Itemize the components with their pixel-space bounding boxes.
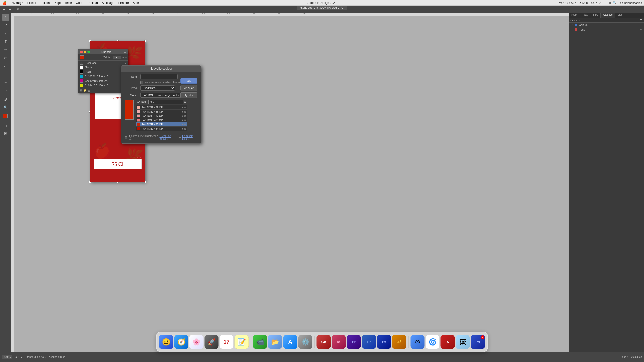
- nuancier-icon-1[interactable]: ⊞: [122, 56, 124, 59]
- ajouter-button[interactable]: Ajouter: [180, 92, 197, 98]
- dock-notes[interactable]: 📝: [235, 335, 249, 349]
- dock-acrobat[interactable]: A: [441, 335, 455, 349]
- pantone-item-489[interactable]: PANTONE 489 CP ▣ ▩: [136, 105, 187, 110]
- layer-eye-icon[interactable]: 👁: [570, 28, 573, 31]
- tab-calques[interactable]: Calques: [601, 13, 615, 18]
- dialog-titlebar[interactable]: Nouvelle couleur: [121, 66, 201, 72]
- document-tab[interactable]: *Sans titre-1 @ 300% [Aperçu CPU]: [297, 6, 347, 10]
- pen-tool[interactable]: ✒: [2, 30, 9, 37]
- dock-rocket[interactable]: 🚀: [205, 335, 219, 349]
- dock-arc[interactable]: ◎: [411, 335, 425, 349]
- menubar-search-icon[interactable]: 🔍: [613, 1, 616, 4]
- nuancier-menu-icon[interactable]: ☰: [124, 51, 126, 53]
- toolbar-btn-2[interactable]: ≡: [21, 6, 27, 12]
- menu-affichage[interactable]: Affichage: [100, 1, 116, 5]
- dock-facetime[interactable]: 📹: [253, 335, 267, 349]
- cc-dropdown-icon[interactable]: ▾: [179, 136, 181, 139]
- tab-prop[interactable]: Prop.: [569, 13, 580, 18]
- nuancier-icon-2[interactable]: ≡: [125, 56, 127, 59]
- selection-tool[interactable]: ↖: [2, 14, 9, 21]
- dock-calendar[interactable]: 17: [220, 335, 234, 349]
- cc-checkbox[interactable]: [125, 136, 127, 139]
- dock-photos[interactable]: 🌸: [189, 335, 204, 349]
- direct-selection-tool[interactable]: ↗: [2, 21, 9, 28]
- dock-illustrator[interactable]: Ai: [392, 335, 406, 349]
- ellipse-tool[interactable]: ○: [2, 70, 9, 77]
- dock-chrome[interactable]: 🌀: [426, 335, 440, 349]
- menu-page[interactable]: Page: [52, 1, 63, 5]
- nommer-checkbox[interactable]: [140, 81, 143, 84]
- menu-aide[interactable]: Aide: [131, 1, 141, 5]
- rectangle-frame-tool[interactable]: ⬚: [2, 55, 9, 62]
- normal-mode-btn[interactable]: □: [2, 122, 9, 129]
- layers-menu-icon[interactable]: ☰: [640, 19, 642, 22]
- pantone-item-486[interactable]: PANTONE 486 CP ▣ ▩: [136, 118, 187, 122]
- nuancier-tinte-value[interactable]: ▸: [113, 56, 121, 59]
- panel-minimize-btn[interactable]: [84, 51, 86, 53]
- zoom-level[interactable]: 300 %: [2, 355, 12, 359]
- pencil-tool[interactable]: ✏: [2, 46, 9, 53]
- next-page-btn[interactable]: ▶: [21, 356, 23, 358]
- nuancier-fill-stroke[interactable]: T: [80, 55, 87, 59]
- tab-pag[interactable]: Pag.: [580, 13, 591, 18]
- menu-edition[interactable]: Edition: [38, 1, 52, 5]
- preview-mode-btn[interactable]: ▣: [2, 130, 9, 137]
- cc-more-link[interactable]: En savoir plus...: [182, 135, 197, 140]
- transform-tool[interactable]: ↔: [2, 87, 9, 94]
- dock-photoshop[interactable]: Ps: [377, 335, 391, 349]
- menu-fenetre[interactable]: Fenêtre: [116, 1, 131, 5]
- dock-creative-cloud[interactable]: Cc: [317, 335, 331, 349]
- dock-premiere[interactable]: Pr: [347, 335, 361, 349]
- apple-menu[interactable]: 🍎: [2, 1, 7, 5]
- panel-maximize-btn[interactable]: [87, 51, 90, 53]
- eyedropper-tool[interactable]: 🖊: [2, 96, 9, 103]
- pantone-search-input[interactable]: [148, 100, 183, 104]
- nuancier-folder-btn[interactable]: 📁: [83, 89, 86, 92]
- dock-safari[interactable]: 🧭: [174, 335, 188, 349]
- toolbar-back-btn[interactable]: ◀: [1, 6, 7, 12]
- type-select[interactable]: Quadrichro...: [140, 85, 175, 90]
- menu-objet[interactable]: Objet: [74, 1, 85, 5]
- mode-select[interactable]: PANTONE+ Color Bridge Coated: [140, 93, 185, 98]
- nuancier-item-reperage[interactable]: [Repérage] ⊠: [78, 61, 128, 65]
- menu-texte[interactable]: Texte: [63, 1, 74, 5]
- layer-calque1[interactable]: 👁 Calque 1: [569, 23, 644, 27]
- tab-bibl[interactable]: Bibl.: [590, 13, 600, 18]
- scissors-tool[interactable]: ✂: [2, 79, 9, 86]
- nuancier-fill-box[interactable]: [80, 55, 84, 59]
- stroke-color[interactable]: [5, 116, 8, 119]
- app-name-menu[interactable]: InDesign: [9, 1, 25, 5]
- text-tool[interactable]: T: [2, 38, 9, 45]
- rectangle-tool[interactable]: ▭: [2, 62, 9, 69]
- nom-input[interactable]: [140, 74, 178, 79]
- toolbar-forward-btn[interactable]: ▶: [7, 6, 13, 12]
- layer-fond[interactable]: 👁 Fond ✏: [569, 27, 644, 32]
- ok-button[interactable]: OK: [180, 78, 197, 84]
- dock-appstore[interactable]: A: [283, 335, 297, 349]
- page-navigation[interactable]: ◀ 1 ▶: [15, 356, 23, 358]
- pantone-item-487[interactable]: PANTONE 487 CP ▣ ▩: [136, 114, 187, 118]
- dock-indesign[interactable]: Id: [332, 335, 346, 349]
- pantone-item-484[interactable]: PANTONE 484 CP ▣ ▩: [136, 127, 187, 131]
- zoom-tool[interactable]: 🔍: [2, 104, 9, 111]
- dock-ps-badge[interactable]: Ps 1: [471, 335, 485, 349]
- dock-finder[interactable]: 😀: [159, 335, 173, 349]
- panel-close-btn[interactable]: [80, 51, 83, 53]
- menu-fichier[interactable]: Fichier: [25, 1, 38, 5]
- dock-files[interactable]: 📂: [268, 335, 282, 349]
- nuancier-new-btn[interactable]: ⊞: [80, 89, 82, 92]
- pantone-item-485[interactable]: PANTONE 485 CP ▣ ▩: [136, 122, 187, 127]
- cc-create-link[interactable]: Créer une nouvel...: [159, 135, 178, 140]
- toolbar-btn-1[interactable]: ⊞: [15, 6, 21, 12]
- nuancier-titlebar[interactable]: Nuancier ☰: [78, 49, 128, 54]
- nuancier-delete-btn[interactable]: 🗑: [88, 89, 90, 92]
- pantone-item-488[interactable]: PANTONE 488 CP ▣ ▩: [136, 110, 187, 114]
- annuler-button[interactable]: Annuler: [180, 85, 197, 91]
- color-selector[interactable]: [2, 113, 9, 120]
- dock-image-viewer[interactable]: 🖼: [456, 335, 470, 349]
- menu-tableau[interactable]: Tableau: [85, 1, 100, 5]
- prev-page-btn[interactable]: ◀: [15, 356, 17, 358]
- layer-eye-icon[interactable]: 👁: [570, 23, 573, 26]
- tab-lien[interactable]: Lien: [615, 13, 625, 18]
- dock-settings[interactable]: ⚙️: [298, 335, 312, 349]
